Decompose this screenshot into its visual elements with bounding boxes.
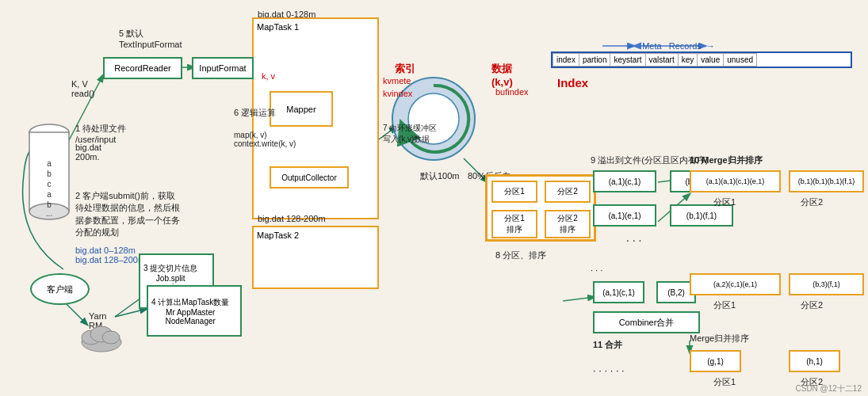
inputformat-box: InputFormat	[192, 57, 254, 79]
combiner-result1-box: (a,2)(c,1)(e,1)	[690, 273, 781, 295]
client-ellipse: 客户端	[30, 273, 90, 305]
mapper-label: Mapper	[286, 105, 315, 114]
svg-text:a: a	[47, 159, 52, 168]
partition-zone1: 分区1	[713, 196, 736, 208]
final-g1-box: (g,1)	[690, 350, 741, 372]
partition2-box: 分区2	[545, 181, 591, 203]
table-header-valstart: valstart	[645, 54, 678, 67]
partition8-label: 8 分区、排序	[495, 249, 546, 261]
outputcollector-box: OutputCollector	[270, 166, 349, 188]
svg-text:c: c	[48, 180, 52, 188]
mapper-box: Mapper	[270, 91, 333, 127]
table-header-value: value	[698, 54, 724, 67]
table-header-keystart: keystart	[610, 54, 645, 67]
partition-combiner2: 分区2	[801, 299, 823, 311]
partition1-sort-box: 分区1排序	[491, 210, 537, 238]
kvindex-label: kvindex	[383, 89, 412, 98]
merge-result2-box: (b,1)(b,1)(b,1)(f,1)	[789, 170, 864, 192]
table-header-index: index	[553, 54, 579, 67]
client-label: 客户端	[47, 284, 73, 295]
svg-text:...: ...	[46, 209, 52, 218]
svg-text:b: b	[47, 200, 52, 209]
recordreader-label: RecordReader	[114, 63, 171, 73]
maptask2-box: MapTask 2	[252, 226, 379, 289]
table-header-key: key	[678, 54, 698, 67]
partition2-sort-box: 分区2排序	[545, 210, 591, 238]
partition1-box: 分区1	[491, 181, 537, 203]
merge-result1-box: (a,1)(a,1)(c,1)(e,1)	[690, 170, 781, 192]
submit-text: 2 客户端submit()前，获取待处理数据的信息，然后根据参数配置，形成一个任…	[75, 190, 206, 239]
index-top-label: Index	[557, 76, 588, 89]
default100m-label: 默认100m	[420, 170, 460, 182]
file-cylinder: a b c a b ...	[28, 123, 71, 226]
logic-op-label: 6 逻辑运算	[234, 107, 276, 119]
map-context-label: map(k, v)context.write(k, v)	[234, 131, 296, 148]
index-table: index partion keystart valstart key valu…	[551, 51, 852, 68]
table-header-unused: unused	[724, 54, 757, 67]
maptask1-label: MapTask 1	[257, 22, 299, 32]
file-label: 1 待处理文件/user/input	[75, 123, 126, 144]
maptask2-label: MapTask 2	[257, 230, 299, 240]
partition-combiner1: 分区1	[713, 299, 736, 311]
table-header-partion: partion	[579, 54, 610, 67]
spill-a1e1-box: (a,1)(e,1)	[593, 204, 656, 227]
bigdat2-label: big.dat 128-200m	[258, 214, 326, 223]
svg-line-14	[115, 309, 147, 317]
kv-read-label: K, Vread()	[71, 79, 94, 98]
data-label: 数据(k,v)	[491, 62, 513, 88]
svg-point-31	[102, 331, 120, 344]
default-text: 5 默认TextInputFormat	[119, 28, 182, 49]
svg-text:b: b	[47, 169, 52, 178]
appmaster-box: 4 计算出MapTask数量Mr AppMasterNodeManager	[147, 285, 242, 337]
merge11-label: 11 合并	[593, 339, 622, 351]
inputformat-label: InputFormat	[199, 63, 246, 73]
spill-a1c1-box: (a,1)(c,1)	[593, 170, 656, 192]
final-h1-box: (h,1)	[789, 350, 840, 372]
partition-zone2: 分区2	[801, 196, 823, 208]
partition-box: 分区1 分区2 分区1排序 分区2排序	[485, 174, 596, 242]
combiner-merge-box: Combiner合并	[593, 311, 700, 333]
meta-arrow-label: ← Meta Records →	[626, 41, 715, 51]
bufindex-label: bufindex	[495, 87, 529, 97]
kv-label: k, v	[262, 71, 275, 81]
appmaster-label: 4 计算出MapTask数量Mr AppMasterNodeManager	[151, 297, 229, 326]
dots2: · · · · · ·	[593, 364, 625, 376]
merge-sort-label: Merge归并排序	[690, 333, 749, 345]
outputcollector-label: OutputCollector	[281, 173, 336, 182]
merge10-label: 10 Merge归并排序	[690, 154, 763, 166]
dots1: · · ·	[626, 234, 641, 246]
main-diagram: big.dat 0-128m MapTask 1 InputFormat k, …	[0, 0, 868, 396]
cloud-shape	[79, 317, 123, 354]
partition-final1: 分区1	[713, 376, 736, 388]
combiner-a1c1-box: (a,1)(c,1)	[593, 281, 644, 303]
combiner-result2-box: (b,3)(f,1)	[789, 273, 864, 295]
bigdat-list: big.dat 0–128mbig.dat 128–200m	[75, 246, 145, 265]
recordreader-box: RecordReader	[103, 57, 182, 79]
svg-text:a: a	[47, 190, 52, 199]
index-label: 索引	[395, 62, 415, 76]
file-name: big.dat200m.	[75, 143, 101, 162]
combiner-label-left: · · ·	[591, 265, 602, 275]
footer: CSDN @12十二12	[795, 383, 862, 394]
ring-buffer	[388, 71, 480, 168]
svg-line-10	[563, 297, 595, 301]
buffer-write-label: 7 向环形缓冲区写入(k,v)数据	[383, 123, 437, 145]
kvmete-label: kvmete	[383, 76, 411, 86]
